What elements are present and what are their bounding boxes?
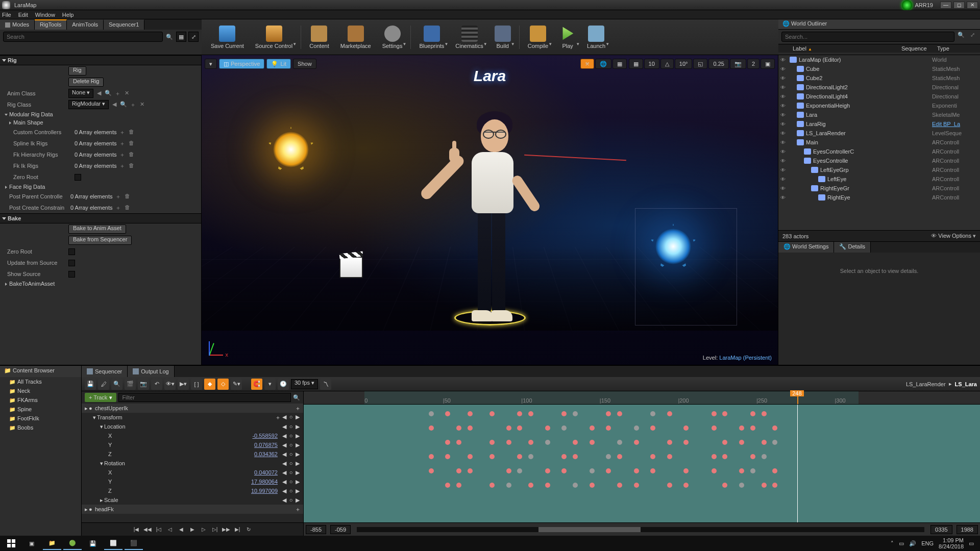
keyframe[interactable] bbox=[590, 468, 595, 473]
keyframe[interactable] bbox=[739, 425, 744, 431]
visibility-icon[interactable]: 👁 bbox=[780, 103, 788, 109]
minimize-button[interactable]: — bbox=[940, 2, 951, 9]
keyframe[interactable] bbox=[722, 440, 727, 445]
outliner-search-input[interactable] bbox=[781, 32, 954, 42]
outliner-row[interactable]: 👁LaraRigEdit BP_La bbox=[778, 119, 980, 129]
scale-snap-icon[interactable]: ◱ bbox=[693, 59, 707, 69]
camera-icon[interactable]: 📷 bbox=[138, 379, 149, 390]
bracket-icon[interactable]: [ ] bbox=[191, 379, 202, 390]
keyframe[interactable] bbox=[606, 425, 611, 431]
keyframe[interactable] bbox=[667, 483, 672, 488]
track-rotation[interactable]: Rotation bbox=[104, 460, 282, 466]
keyframe[interactable] bbox=[667, 440, 672, 445]
visibility-icon[interactable]: 👁 bbox=[780, 57, 788, 63]
main-shape[interactable]: Main Shape bbox=[0, 118, 201, 127]
keyframe[interactable] bbox=[517, 411, 522, 416]
keyframe[interactable] bbox=[506, 483, 511, 488]
key-all-icon[interactable]: ◇ bbox=[217, 379, 229, 390]
volume-icon[interactable]: 🔊 bbox=[909, 540, 916, 547]
timeline-scrollbar[interactable] bbox=[357, 527, 924, 532]
loc-z-value[interactable]: 0.034362 bbox=[238, 451, 282, 457]
range-end-a[interactable]: 0335 bbox=[930, 525, 952, 534]
bake-to-anim-button[interactable]: Bake to Anim Asset bbox=[68, 224, 126, 234]
view-options-button[interactable]: 👁 View Options ▾ bbox=[931, 233, 976, 239]
col-sequence[interactable]: Sequence bbox=[898, 44, 934, 53]
keyframe[interactable] bbox=[429, 411, 434, 416]
delete-rig-button[interactable]: Delete Rig bbox=[68, 78, 104, 87]
keyframe[interactable] bbox=[456, 425, 461, 431]
save-file-icon[interactable]: 💾 bbox=[84, 537, 102, 550]
keyframe[interactable] bbox=[517, 468, 522, 473]
keyframe[interactable] bbox=[683, 483, 689, 488]
range-start-a[interactable]: -855 bbox=[306, 525, 326, 534]
prev-icon[interactable]: ◀ bbox=[95, 90, 103, 97]
keyframe[interactable] bbox=[445, 483, 450, 488]
keyframe[interactable] bbox=[739, 483, 744, 488]
rig-class-combo[interactable]: RigModular ▾ bbox=[68, 100, 109, 109]
keyframe[interactable] bbox=[517, 454, 522, 459]
menu-file[interactable]: File bbox=[2, 12, 11, 18]
keyframe[interactable] bbox=[722, 483, 727, 488]
find-in-cb-icon[interactable]: 🖊 bbox=[98, 379, 109, 390]
keyframe[interactable] bbox=[528, 483, 533, 488]
menu-edit[interactable]: Edit bbox=[18, 12, 28, 18]
folder-item[interactable]: All Tracks bbox=[0, 377, 81, 386]
tab-sequencer[interactable]: Sequencer bbox=[82, 366, 128, 377]
visibility-icon[interactable]: 👁 bbox=[780, 158, 788, 164]
character-mesh[interactable] bbox=[434, 91, 546, 331]
keyframe[interactable] bbox=[762, 483, 767, 488]
outliner-row[interactable]: 👁DirectionalLight4Directional bbox=[778, 92, 980, 101]
rot-y-value[interactable]: 17.980064 bbox=[238, 479, 282, 485]
outliner-row[interactable]: 👁LS_LaraRenderLevelSeque bbox=[778, 129, 980, 138]
keyframe[interactable] bbox=[429, 454, 434, 459]
viewport-menu[interactable]: ▾ bbox=[205, 59, 217, 69]
keyframe[interactable] bbox=[667, 454, 672, 459]
folder-item[interactable]: FootFkIk bbox=[0, 414, 81, 423]
col-type[interactable]: Type bbox=[934, 44, 980, 53]
settings-button[interactable]: Settings▼ bbox=[377, 23, 408, 51]
scale-snap-value[interactable]: 0.25 bbox=[708, 59, 728, 69]
source-control-status-icon[interactable] bbox=[902, 0, 912, 10]
keyframe[interactable] bbox=[606, 454, 611, 459]
keyframe[interactable] bbox=[489, 454, 495, 459]
track-headfk[interactable]: headFk bbox=[95, 506, 295, 512]
outliner-options-icon[interactable]: ⤢ bbox=[968, 32, 977, 42]
keyframe[interactable] bbox=[762, 440, 767, 445]
outliner-row[interactable]: 👁EyesControlleARControll bbox=[778, 156, 980, 165]
keyframe[interactable] bbox=[762, 411, 767, 416]
tab-rigtools[interactable]: RigTools bbox=[35, 19, 67, 30]
visibility-icon[interactable]: 👁 bbox=[780, 140, 788, 145]
keyframe[interactable] bbox=[468, 411, 473, 416]
render-icon[interactable]: 🎬 bbox=[125, 379, 136, 390]
loc-y-value[interactable]: 0.076875 bbox=[238, 442, 282, 448]
outliner-row[interactable]: 👁CubeStaticMesh bbox=[778, 64, 980, 73]
tab-animtools[interactable]: AnimTools bbox=[67, 19, 104, 30]
visibility-icon[interactable]: 👁 bbox=[780, 177, 788, 182]
camera-speed-value[interactable]: 2 bbox=[747, 59, 760, 69]
range-start-b[interactable]: -059 bbox=[330, 525, 351, 534]
keyframe[interactable] bbox=[712, 468, 717, 473]
visibility-icon[interactable]: 👁 bbox=[780, 76, 788, 81]
keyframe[interactable] bbox=[683, 468, 689, 473]
bake-to-anim-asset[interactable]: BakeToAnimAsset bbox=[0, 280, 201, 288]
visibility-icon[interactable]: 👁 bbox=[780, 167, 788, 173]
outliner-row[interactable]: 👁LeftEyeARControll bbox=[778, 174, 980, 184]
keyframe[interactable] bbox=[606, 468, 611, 473]
visibility-icon[interactable]: 👁 bbox=[780, 195, 788, 201]
keyframe[interactable] bbox=[528, 454, 533, 459]
view-grid-button[interactable]: ▦ bbox=[176, 32, 186, 42]
keyframe[interactable] bbox=[617, 454, 622, 459]
loc-x-value[interactable]: -0.558592 bbox=[238, 433, 282, 439]
keyframe[interactable] bbox=[772, 468, 777, 473]
edit-tool-icon[interactable]: ✎▾ bbox=[231, 379, 242, 390]
keyframe[interactable] bbox=[456, 468, 461, 473]
keyframe[interactable] bbox=[650, 411, 655, 416]
tab-content-browser[interactable]: 📁 Content Browser bbox=[0, 366, 59, 377]
keyframe[interactable] bbox=[650, 454, 655, 459]
outliner-list[interactable]: 👁LaraMap (Editor)World👁CubeStaticMesh👁Cu… bbox=[778, 55, 980, 230]
language-indicator[interactable]: ENG bbox=[921, 540, 934, 546]
keyframe[interactable] bbox=[590, 483, 595, 488]
next-key-icon[interactable]: ▶ bbox=[295, 414, 300, 421]
play-button[interactable]: Play▼ bbox=[554, 23, 581, 51]
keyframe[interactable] bbox=[634, 425, 639, 431]
